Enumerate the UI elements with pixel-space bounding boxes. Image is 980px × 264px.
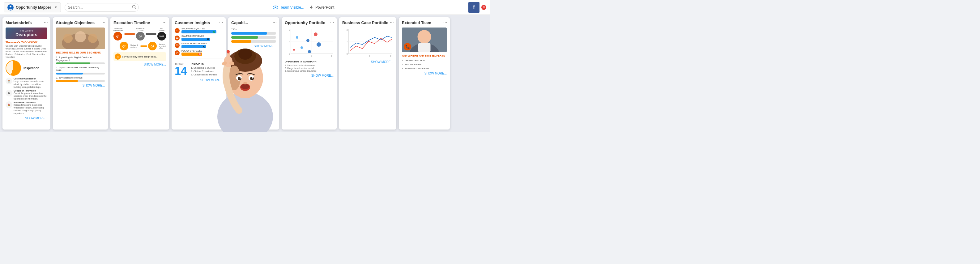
insight-item-0: 01 SHOPPING & QUOTES 💲 — [175, 27, 223, 33]
marketsbriefs-more-button[interactable]: ··· — [44, 20, 48, 25]
svg-line-3 — [135, 8, 136, 9]
search-container — [65, 3, 139, 12]
app-dropdown-arrow[interactable]: ▼ — [54, 6, 57, 9]
marketsbriefs-card: ··· Marketsbriefs The Week's Disruptors … — [3, 17, 50, 129]
cap-fill-2 — [231, 40, 251, 43]
insight-item-1: 02 CLAIMS EXPERIENCE 🖥 — [175, 35, 223, 41]
strategic-item-text-0: 1. Top ratings in Digital Customer Engag… — [56, 56, 105, 62]
execution-timeline-card: ··· Execution Timeline Prototype& Feedba… — [110, 17, 169, 129]
svg-point-18 — [317, 42, 321, 47]
extended-more-button[interactable]: ··· — [443, 20, 447, 25]
app-logo[interactable]: Opportunity Mapper ▼ — [4, 3, 61, 13]
svg-text:1: 1 — [289, 40, 290, 43]
insight-bar-area-3: POLICY UPGRADES 🎯 — [181, 50, 223, 56]
customer-insights-title: Customer Insights — [175, 21, 223, 25]
insights-list: 01 SHOPPING & QUOTES 💲 02 CLAIMS EXPERIE… — [175, 27, 223, 56]
customer-more-button[interactable]: ··· — [219, 20, 223, 25]
app-name-label: Opportunity Mapper — [16, 5, 51, 10]
strategic-item-text-1: 2. 50,000 customers on new release by 20… — [56, 66, 105, 72]
svg-text:2: 2 — [331, 55, 332, 57]
scatter-plot-chart: 0 1 2 1 2 — [285, 27, 334, 59]
cap-fill-0 — [231, 32, 267, 35]
timeline-area: Prototype& Feedback Q1 Launch in5 Cities… — [113, 27, 166, 50]
team-visible-button[interactable]: Team Visible... — [273, 5, 304, 10]
svg-text:0: 0 — [289, 53, 290, 55]
mb-items-list: 🏠 Customer Connection Large consumer pro… — [6, 78, 47, 115]
mb-item-icon-0: 🏠 — [6, 78, 13, 84]
q4-circle: Q4 — [148, 42, 157, 50]
mb-vision-section: The week's 'BIG VISION'! Goes to Elon Mu… — [6, 41, 47, 59]
hands-photo — [56, 27, 105, 49]
search-button[interactable] — [132, 5, 136, 10]
strategic-title: Strategic Objectives — [56, 21, 105, 25]
anywhere-title: ANYWHERE ANYTIME EXPERTS — [402, 54, 447, 57]
cap-bar-2 — [231, 40, 276, 43]
marketsbriefs-show-more[interactable]: SHOW MORE... — [6, 116, 47, 120]
capabilities-more-button[interactable]: ··· — [273, 20, 277, 25]
extended-show-more[interactable]: SHOW MORE... — [402, 72, 447, 75]
insight-num-2: 03 — [175, 43, 180, 48]
phone-icon: 📞 — [404, 43, 411, 50]
cap-bar-0 — [231, 32, 276, 35]
insights-bottom-item-0: 1. Shopping & Quotes — [191, 67, 217, 69]
strategic-show-more[interactable]: SHOW MORE... — [56, 84, 105, 87]
powerpoint-button[interactable]: PowerPoint — [309, 5, 334, 10]
cap-fill-1 — [231, 36, 258, 39]
insight-icon-2: ⚙ — [203, 45, 205, 48]
facebook-icon[interactable]: f — [468, 2, 479, 13]
svg-point-21 — [296, 36, 298, 39]
opp-summary-title: OPPORTUNITY SUMMARY: — [285, 60, 334, 63]
business-more-button[interactable]: ··· — [390, 20, 394, 25]
business-case-card: ··· Business Case Portfolio 0 1 2 1 2 SH… — [339, 17, 396, 129]
execution-more-button[interactable]: ··· — [162, 20, 167, 25]
survey-monkey-alert: ⚠ Survey Monkey forms design delay... — [113, 52, 166, 61]
progress-bar-2 — [56, 80, 105, 82]
insight-bar-3: 🎯 — [181, 52, 202, 56]
insight-num-1: 02 — [175, 35, 180, 40]
opportunity-more-button[interactable]: ··· — [330, 20, 334, 25]
svg-text:1: 1 — [347, 40, 348, 43]
extended-team-title: Extended Team — [402, 21, 447, 25]
opportunity-show-more[interactable]: SHOW MORE... — [285, 74, 334, 77]
timeline-bottom-row: Q2 Update &content Q4 Expandto rest ofUS… — [113, 42, 166, 50]
mb-circle-label: Inspiration — [24, 67, 39, 70]
q1-circle: Q1 — [113, 32, 122, 40]
fb-letter: f — [473, 4, 475, 11]
strategic-item-2: 3. 50% positive referrals — [56, 76, 105, 82]
execution-show-more[interactable]: SHOW MORE... — [113, 63, 166, 66]
q3-sublabel: Launch in5 Cities — [136, 27, 145, 31]
q1-sublabel: Prototype& Feedback — [113, 27, 123, 31]
customer-insights-card: ··· Customer Insights 01 SHOPPING & QUOT… — [172, 17, 226, 129]
extended-items-list: 1. Get help with tools 2. Find an adviso… — [402, 59, 447, 70]
topbar: Opportunity Mapper ▼ Team Visible... Pow… — [0, 0, 490, 15]
customer-show-more[interactable]: SHOW MORE... — [175, 78, 223, 82]
topbar-actions: Team Visible... PowerPoint — [273, 5, 334, 10]
insight-icon-1: 🖥 — [207, 38, 209, 41]
opp-item-2: 3. Autonomous vehicle insurance — [285, 70, 334, 72]
fb-notification-badge: 0 — [481, 5, 486, 10]
q2-circle: Q2 — [119, 42, 128, 50]
search-icon — [132, 5, 136, 9]
opportunity-title: Opportunity Portfolio — [285, 21, 334, 25]
opp-item-1: 2. Usage based service model — [285, 67, 334, 69]
opp-item-0: 1. Short-term renters insurance — [285, 64, 334, 67]
mb-header: The Week's Disruptors — [6, 27, 47, 39]
extended-team-image: 📞 — [402, 27, 447, 52]
extended-team-card: ··· Extended Team 📞 ANYWHERE ANYTIME EXP… — [399, 17, 450, 129]
strategic-item-0: 1. Top ratings in Digital Customer Engag… — [56, 56, 105, 64]
survey-monkey-text: Survey Monkey forms design delay... — [122, 56, 158, 58]
list-item: 🏠 Customer Connection Large consumer pro… — [6, 78, 47, 88]
search-input[interactable] — [65, 3, 139, 12]
strategic-objectives-card: ··· Strategic Objectives BECOME NO.1 IN … — [53, 17, 108, 129]
svg-text:2: 2 — [289, 29, 290, 31]
insight-label-0: SHOPPING & QUOTES — [181, 27, 223, 30]
insights-bottom-title: INSIGHTS — [191, 62, 217, 65]
download-icon — [309, 5, 313, 10]
strategic-more-button[interactable]: ··· — [102, 20, 105, 25]
year2018-container: GoGlobal! 2018 — [158, 27, 166, 40]
team-visible-label: Team Visible... — [280, 5, 304, 10]
svg-point-17 — [306, 39, 309, 42]
business-show-more[interactable]: SHOW MORE... — [342, 60, 393, 64]
capabilities-show-more[interactable]: SHOW MORE... — [231, 45, 276, 48]
progress-bar-1 — [56, 73, 105, 75]
